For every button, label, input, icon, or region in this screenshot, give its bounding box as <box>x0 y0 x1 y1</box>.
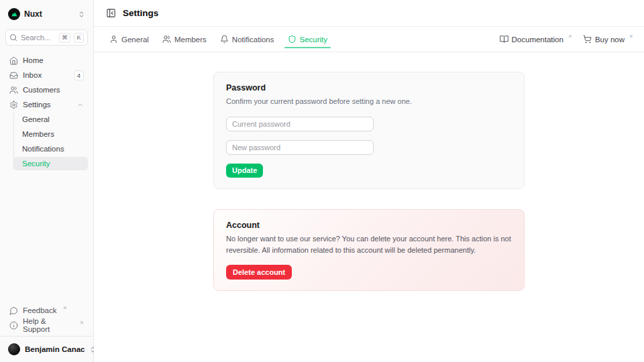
sidebar-item-inbox[interactable]: Inbox 4 <box>5 68 88 82</box>
search-box[interactable]: ⌘ K <box>5 29 88 46</box>
sidebar-item-settings[interactable]: Settings <box>5 98 88 111</box>
settings-subnav: General Members Notifications Security <box>13 113 88 170</box>
sidebar-footer: Feedback Help & Support Benjamin Canac <box>5 304 88 357</box>
sidebar-subitem-label: Security <box>22 160 50 168</box>
sidebar-item-label: Customers <box>23 86 60 94</box>
account-card-description: No longer want to use our service? You c… <box>226 233 512 257</box>
sidebar-subitem-general[interactable]: General <box>14 113 88 126</box>
user-avatar <box>8 343 20 355</box>
users-icon <box>162 35 171 44</box>
password-card: Password Confirm your current password b… <box>213 72 525 189</box>
search-input[interactable] <box>21 34 56 42</box>
tab-general[interactable]: General <box>105 27 154 52</box>
search-icon <box>9 34 17 42</box>
users-icon <box>9 86 18 95</box>
feedback-label: Feedback <box>23 306 57 314</box>
sidebar-divider <box>0 336 93 337</box>
tab-label: Notifications <box>232 36 274 44</box>
kbd-meta: ⌘ <box>59 33 70 43</box>
team-switcher[interactable]: Nuxt <box>5 5 88 23</box>
sidebar-subitem-label: General <box>22 115 50 123</box>
sidebar-item-home[interactable]: Home <box>5 54 88 67</box>
tabs-bar: General Members Notifications Security <box>94 27 644 52</box>
inbox-count-badge: 4 <box>74 70 84 80</box>
user-menu[interactable]: Benjamin Canac <box>5 342 88 357</box>
tab-label: General <box>121 36 149 44</box>
external-link-icon <box>568 34 572 39</box>
header-actions: Documentation Buy now <box>500 35 633 44</box>
page-title: Settings <box>123 8 158 18</box>
external-link-icon <box>79 320 84 325</box>
chevron-up-icon <box>76 101 84 109</box>
tab-members[interactable]: Members <box>158 27 211 52</box>
password-card-description: Confirm your current password before set… <box>226 96 512 108</box>
nuxt-logo-icon <box>8 8 20 20</box>
sidebar-subitem-members[interactable]: Members <box>14 127 88 141</box>
feedback-link[interactable]: Feedback <box>5 304 88 317</box>
buy-now-label: Buy now <box>595 36 625 44</box>
sidebar: Nuxt ⌘ K Home Inbox 4 Customers <box>0 0 94 362</box>
info-circle-icon <box>9 321 18 330</box>
shield-icon <box>288 35 297 44</box>
user-icon <box>109 35 118 44</box>
external-link-icon <box>629 34 633 39</box>
documentation-link[interactable]: Documentation <box>500 35 572 44</box>
page-header: Settings <box>94 0 644 27</box>
chevrons-up-down-icon <box>78 11 85 18</box>
tab-notifications[interactable]: Notifications <box>215 27 279 52</box>
sidebar-item-label: Settings <box>23 101 51 109</box>
delete-account-button[interactable]: Delete account <box>226 265 292 280</box>
documentation-label: Documentation <box>512 36 564 44</box>
bell-icon <box>220 35 229 44</box>
home-icon <box>9 56 18 65</box>
password-card-title: Password <box>226 83 512 93</box>
current-password-field[interactable] <box>226 117 374 131</box>
sidebar-item-label: Home <box>23 56 44 64</box>
kbd-k: K <box>74 33 84 43</box>
sidebar-subitem-notifications[interactable]: Notifications <box>14 142 88 156</box>
update-password-button[interactable]: Update <box>226 164 263 178</box>
tab-security[interactable]: Security <box>283 27 333 52</box>
account-card-title: Account <box>226 221 512 230</box>
sidebar-item-label: Inbox <box>23 71 42 79</box>
inbox-icon <box>9 71 18 80</box>
panel-left-close-icon <box>106 8 116 18</box>
main-area: Settings General Members Notifications <box>94 0 644 362</box>
help-support-label: Help & Support <box>23 317 74 333</box>
sidebar-subitem-label: Notifications <box>22 145 64 153</box>
collapse-sidebar-button[interactable] <box>105 7 117 19</box>
team-name: Nuxt <box>24 9 42 19</box>
shopping-cart-icon <box>583 35 592 44</box>
tab-label: Security <box>300 36 328 44</box>
help-support-link[interactable]: Help & Support <box>5 318 88 332</box>
settings-tabs: General Members Notifications Security <box>105 27 332 52</box>
sidebar-item-customers[interactable]: Customers <box>5 83 88 97</box>
account-card: Account No longer want to use our servic… <box>213 209 525 291</box>
tab-label: Members <box>174 36 207 44</box>
new-password-field[interactable] <box>226 140 374 155</box>
sidebar-subitem-security[interactable]: Security <box>14 157 88 170</box>
sidebar-nav: Home Inbox 4 Customers Settings Gene <box>5 54 88 172</box>
gear-icon <box>9 101 18 109</box>
buy-now-link[interactable]: Buy now <box>583 35 633 44</box>
user-name: Benjamin Canac <box>25 345 85 353</box>
sidebar-subitem-label: Members <box>22 130 54 138</box>
book-open-icon <box>500 35 508 44</box>
app-window: Nuxt ⌘ K Home Inbox 4 Customers <box>0 0 644 362</box>
external-link-icon <box>62 306 67 310</box>
settings-security-content: Password Confirm your current password b… <box>94 52 644 362</box>
message-bubble-icon <box>9 306 18 315</box>
